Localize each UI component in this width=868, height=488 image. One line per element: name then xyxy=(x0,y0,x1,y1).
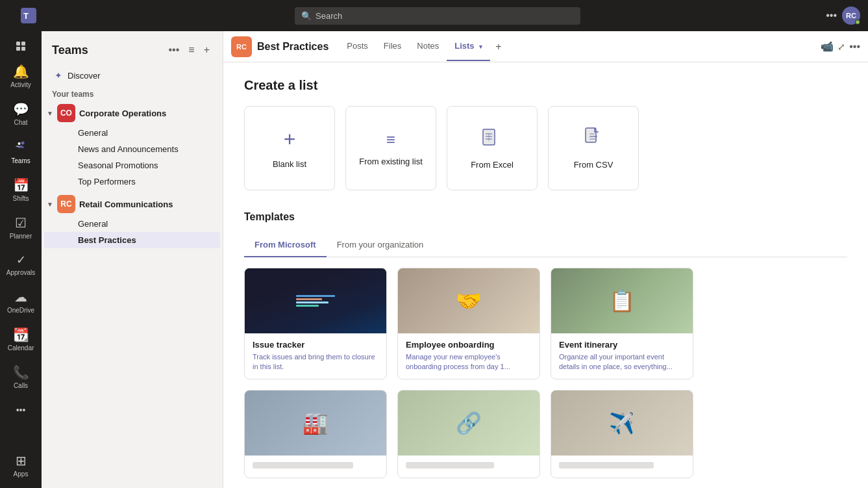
left-rail: 🔔 Activity 💬 Chat Teams xyxy=(0,31,42,488)
svg-text:T: T xyxy=(23,11,29,21)
templates-title: Templates xyxy=(244,211,847,223)
create-excel-card[interactable]: From Excel xyxy=(447,106,538,190)
rail-item-shifts[interactable]: 📅 Shifts xyxy=(3,172,39,207)
sidebar-more-button[interactable]: ••• xyxy=(166,42,182,58)
add-apps-icon: ⊞ xyxy=(16,453,27,469)
discover-item[interactable]: ✦ Discover xyxy=(44,66,220,84)
corporate-team-name: Corporate Operations xyxy=(79,109,166,118)
templates-section: Templates From Microsoft From your organ… xyxy=(244,211,847,478)
rail-item-chat[interactable]: 💬 Chat xyxy=(3,96,39,131)
blank-list-icon: + xyxy=(284,127,296,151)
template-row2-1-body xyxy=(245,456,386,478)
rail-item-approvals[interactable]: ✓ Approvals xyxy=(3,248,39,281)
avatar[interactable]: RC xyxy=(842,6,860,25)
rail-item-add-apps[interactable]: ⊞ Apps xyxy=(3,448,39,483)
lists-content: Create a list + Blank list ≡ From existi… xyxy=(223,62,868,488)
template-row2-2-title xyxy=(406,462,494,469)
chevron-down-icon: ▼ xyxy=(47,110,53,117)
template-card-event-itinerary[interactable]: 📋 Event itinerary Organize all your impo… xyxy=(551,268,693,379)
csv-list-label: From CSV xyxy=(574,160,614,170)
employee-onboarding-desc: Manage your new employee's onboarding pr… xyxy=(406,352,532,372)
channel-best-practices[interactable]: Best Practices xyxy=(44,232,220,248)
sidebar-filter-button[interactable]: ≡ xyxy=(186,42,197,58)
expand-icon[interactable]: ⤢ xyxy=(837,42,845,52)
blank-list-label: Blank list xyxy=(273,159,306,169)
template-grid: Issue tracker Track issues and bring the… xyxy=(244,268,847,379)
template-row2-1-title xyxy=(253,462,353,469)
issue-tracker-body: Issue tracker Track issues and bring the… xyxy=(245,333,386,379)
tab-bar: Posts Files Notes Lists ▾ + xyxy=(339,32,815,62)
svg-rect-10 xyxy=(589,133,595,135)
search-icon: 🔍 xyxy=(301,11,312,21)
header-more-icon[interactable]: ••• xyxy=(826,10,837,21)
event-itinerary-desc: Organize all your important event detail… xyxy=(559,352,685,372)
svg-rect-9 xyxy=(589,138,596,140)
template-tab-microsoft[interactable]: From Microsoft xyxy=(244,233,327,257)
template-tab-org[interactable]: From your organization xyxy=(327,233,434,257)
template-row2-3-img: ✈️ xyxy=(551,391,693,456)
calendar-icon: 📆 xyxy=(13,327,29,342)
rail-item-calendar[interactable]: 📆 Calendar xyxy=(3,322,39,357)
retail-team-name: Retail Communications xyxy=(79,199,173,209)
online-status-dot xyxy=(855,19,860,25)
rail-item-apps-grid[interactable] xyxy=(3,36,39,56)
tab-lists[interactable]: Lists ▾ xyxy=(447,32,490,61)
channel-top-performers[interactable]: Top Performers xyxy=(44,173,220,190)
tab-add-button[interactable]: + xyxy=(490,32,506,62)
sidebar-header: Teams ••• ≡ + xyxy=(42,31,223,66)
channel-more-icon[interactable]: ••• xyxy=(849,41,860,53)
csv-icon xyxy=(583,127,604,152)
rail-item-activity[interactable]: 🔔 Activity xyxy=(3,58,39,94)
employee-onboarding-title: Employee onboarding xyxy=(406,340,532,350)
employee-onboarding-img: 🤝 xyxy=(398,268,539,333)
template-row2-2-body xyxy=(398,456,539,478)
template-card-row2-3[interactable]: ✈️ xyxy=(551,390,693,478)
meet-icon[interactable]: 📹 xyxy=(821,40,834,53)
rail-item-more[interactable]: ••• xyxy=(3,400,39,420)
rail-item-calls[interactable]: 📞 Calls xyxy=(3,359,39,394)
team-corporate-row[interactable]: ▼ CO Corporate Operations xyxy=(42,101,223,125)
header-right: ••• RC xyxy=(826,6,860,25)
retail-avatar: RC xyxy=(57,195,75,213)
tab-files[interactable]: Files xyxy=(376,32,409,61)
tab-posts[interactable]: Posts xyxy=(339,32,376,61)
excel-list-label: From Excel xyxy=(471,160,514,170)
shifts-icon: 📅 xyxy=(13,177,29,193)
channel-general-corporate[interactable]: General xyxy=(44,125,220,141)
search-container: 🔍 Search xyxy=(55,7,821,25)
event-itinerary-img: 📋 xyxy=(551,268,693,333)
teams-icon xyxy=(14,139,27,155)
template-card-issue-tracker[interactable]: Issue tracker Track issues and bring the… xyxy=(244,268,387,379)
rail-item-planner[interactable]: ☑ Planner xyxy=(3,210,39,245)
onedrive-icon: ☁ xyxy=(14,289,27,305)
channel-news-announcements[interactable]: News and Announcements xyxy=(44,141,220,157)
channel-general-retail[interactable]: General xyxy=(44,216,220,232)
rail-item-teams[interactable]: Teams xyxy=(3,134,39,170)
chat-icon: 💬 xyxy=(13,101,29,117)
search-bar[interactable]: 🔍 Search xyxy=(295,7,580,25)
excel-icon xyxy=(482,127,502,152)
template-row2-3-title xyxy=(559,462,654,469)
team-retail-row[interactable]: ▼ RC Retail Communications xyxy=(42,192,223,216)
existing-list-label: From existing list xyxy=(359,157,423,166)
sidebar-add-team-button[interactable]: + xyxy=(201,42,212,58)
team-group-corporate: ▼ CO Corporate Operations General News a… xyxy=(42,101,223,190)
create-blank-list-card[interactable]: + Blank list xyxy=(244,106,335,190)
tab-notes[interactable]: Notes xyxy=(409,32,447,61)
create-csv-card[interactable]: From CSV xyxy=(548,106,639,190)
discover-icon: ✦ xyxy=(55,70,62,81)
create-list-title: Create a list xyxy=(244,78,847,93)
tab-dropdown-icon: ▾ xyxy=(479,44,482,50)
apps-grid-icon xyxy=(16,42,25,51)
template-card-row2-1[interactable]: 🏭 xyxy=(244,390,387,478)
create-existing-list-card[interactable]: ≡ From existing list xyxy=(345,106,436,190)
top-bar-right: 📹 ⤢ ••• xyxy=(821,40,860,53)
event-itinerary-title: Event itinerary xyxy=(559,340,685,350)
channel-seasonal-promotions[interactable]: Seasonal Promotions xyxy=(44,157,220,173)
template-card-row2-2[interactable]: 🔗 xyxy=(397,390,540,478)
rail-item-onedrive[interactable]: ☁ OneDrive xyxy=(3,284,39,319)
event-itinerary-body: Event itinerary Organize all your import… xyxy=(551,333,693,379)
your-teams-label[interactable]: Your teams xyxy=(42,84,223,101)
template-card-employee-onboarding[interactable]: 🤝 Employee onboarding Manage your new em… xyxy=(397,268,540,379)
global-header: T 🔍 Search ••• RC xyxy=(0,0,868,31)
